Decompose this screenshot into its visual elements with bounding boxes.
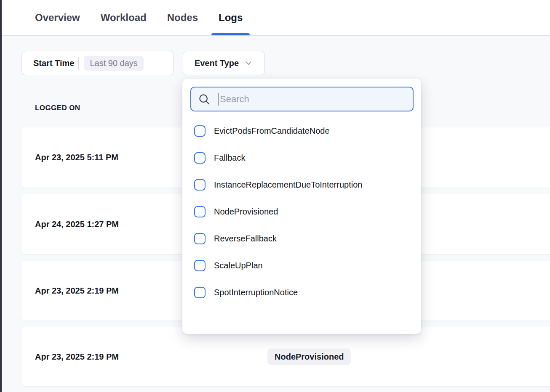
search-icon [198, 93, 211, 106]
event-type-badge: NodeProvisioned [267, 349, 351, 365]
tab-workload[interactable]: Workload [93, 0, 154, 35]
event-type-dropdown-panel: EvictPodsFromCandidateNode Fallback Inst… [182, 79, 421, 334]
option-label: ScaleUpPlan [214, 261, 263, 270]
event-type-filter-button[interactable]: Event Type [183, 51, 265, 75]
option-label: Fallback [214, 153, 245, 163]
start-time-label: Start Time [33, 58, 74, 68]
logged-on-timestamp: Apr 23, 2025 2:19 PM [35, 352, 119, 362]
checkbox[interactable] [194, 125, 206, 137]
start-time-filter[interactable]: Start Time Last 90 days [21, 51, 174, 75]
tab-nodes[interactable]: Nodes [160, 0, 205, 35]
option-instancereplacementduetointerruption[interactable]: InstanceReplacementDueToInterruption [182, 171, 421, 198]
tabs: Overview Workload Nodes Logs [28, 0, 250, 35]
search-field[interactable] [190, 87, 414, 111]
logged-on-timestamp: Apr 24, 2025 1:27 PM [35, 220, 119, 229]
tab-bar: Overview Workload Nodes Logs [0, 0, 550, 36]
checkbox[interactable] [194, 152, 206, 164]
option-label: ReverseFallback [214, 234, 277, 244]
checkbox[interactable] [194, 179, 206, 191]
checkbox[interactable] [194, 233, 206, 244]
chevron-down-icon [244, 58, 253, 68]
event-type-options: EvictPodsFromCandidateNode Fallback Inst… [182, 117, 421, 306]
search-input[interactable] [219, 87, 413, 111]
log-row[interactable]: Apr 23, 2025 2:19 PM NodeProvisioned [21, 327, 550, 386]
option-label: InstanceReplacementDueToInterruption [214, 180, 362, 190]
event-type-label: Event Type [195, 58, 239, 68]
option-nodeprovisioned[interactable]: NodeProvisioned [182, 198, 421, 225]
option-label: EvictPodsFromCandidateNode [214, 126, 330, 136]
option-label: SpotInterruptionNotice [214, 288, 298, 297]
filter-divider [78, 57, 79, 69]
logged-on-timestamp: Apr 23, 2025 2:19 PM [35, 286, 119, 296]
logged-on-timestamp: Apr 23, 2025 5:11 PM [35, 153, 118, 162]
checkbox[interactable] [194, 260, 206, 271]
tab-logs[interactable]: Logs [211, 0, 250, 35]
checkbox[interactable] [194, 206, 206, 217]
option-fallback[interactable]: Fallback [182, 144, 421, 171]
start-time-value-chip: Last 90 days [84, 56, 143, 71]
checkbox[interactable] [194, 287, 206, 298]
option-spotinterruptionnotice[interactable]: SpotInterruptionNotice [182, 279, 421, 306]
sidebar-edge [0, 0, 2, 392]
option-reversefallback[interactable]: ReverseFallback [182, 225, 421, 252]
option-label: NodeProvisioned [214, 207, 278, 217]
column-header-logged-on: LOGGED ON [35, 104, 80, 112]
tab-overview[interactable]: Overview [28, 0, 87, 35]
option-scaleupplan[interactable]: ScaleUpPlan [182, 252, 421, 279]
option-evictpodsfromcandidatenode[interactable]: EvictPodsFromCandidateNode [182, 117, 421, 144]
